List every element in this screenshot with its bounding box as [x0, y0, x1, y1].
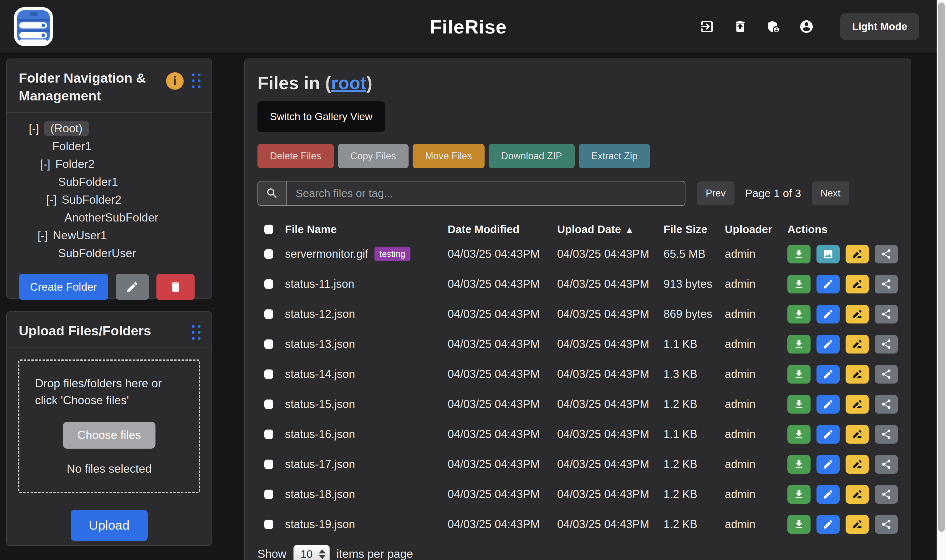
share-button[interactable] — [875, 515, 898, 534]
download-button[interactable] — [788, 365, 811, 383]
download-button[interactable] — [788, 305, 811, 323]
logout-icon[interactable] — [700, 19, 715, 34]
row-checkbox[interactable] — [265, 340, 273, 349]
file-name[interactable]: status-19.json — [285, 518, 355, 531]
row-checkbox[interactable] — [265, 520, 273, 529]
preview-edit-button[interactable] — [817, 335, 840, 354]
preview-edit-button[interactable] — [817, 305, 840, 323]
create-folder-button[interactable]: Create Folder — [19, 274, 108, 300]
items-per-page-select[interactable]: 10 — [294, 545, 330, 560]
admin-shield-icon[interactable] — [766, 19, 781, 34]
download-button[interactable] — [788, 515, 811, 534]
share-button[interactable] — [875, 305, 898, 323]
delete-folder-button[interactable] — [157, 274, 195, 300]
file-name[interactable]: status-12.json — [285, 308, 355, 321]
row-checkbox[interactable] — [265, 249, 273, 259]
row-checkbox[interactable] — [265, 309, 273, 319]
download-button[interactable] — [788, 335, 811, 354]
file-name[interactable]: status-16.json — [285, 428, 355, 441]
table-row[interactable]: status-17.json 04/03/25 04:43PM 04/03/25… — [257, 449, 898, 479]
rename-button[interactable] — [846, 395, 869, 414]
folder-tree-item[interactable]: SubFolderUser — [7, 245, 211, 263]
info-icon[interactable]: i — [166, 72, 184, 90]
rename-button[interactable] — [846, 305, 869, 323]
rename-folder-button[interactable] — [116, 274, 149, 300]
preview-edit-button[interactable] — [817, 275, 840, 294]
download-button[interactable] — [788, 455, 811, 474]
folder-name[interactable]: NewUser1 — [53, 229, 107, 242]
column-header-file-name[interactable]: File Name — [285, 223, 448, 235]
preview-edit-button[interactable] — [817, 365, 840, 383]
row-checkbox[interactable] — [265, 460, 273, 469]
table-row[interactable]: status-13.json 04/03/25 04:43PM 04/03/25… — [257, 329, 898, 359]
page-scrollbar[interactable] — [937, 0, 946, 560]
tree-collapse-toggle[interactable]: [-] — [46, 193, 57, 206]
tree-collapse-toggle[interactable]: [-] — [37, 229, 48, 242]
next-page-button[interactable]: Next — [812, 182, 849, 205]
table-row[interactable]: status-11.json 04/03/25 04:43PM 04/03/25… — [257, 269, 898, 299]
folder-name[interactable]: Folder1 — [52, 140, 91, 153]
light-mode-button[interactable]: Light Mode — [840, 13, 919, 40]
folder-name[interactable]: SubFolder2 — [62, 193, 122, 206]
download-button[interactable] — [788, 425, 811, 444]
file-name[interactable]: status-15.json — [285, 398, 355, 411]
column-header-date-modified[interactable]: Date Modified — [448, 223, 557, 235]
filerise-logo-icon[interactable] — [14, 7, 53, 46]
tree-collapse-toggle[interactable]: [-] — [40, 158, 50, 171]
share-button[interactable] — [875, 245, 898, 263]
toolbar-button[interactable]: Delete Files — [257, 144, 334, 168]
share-button[interactable] — [875, 485, 898, 504]
preview-edit-button[interactable] — [817, 395, 840, 414]
rename-button[interactable] — [846, 455, 869, 474]
download-button[interactable] — [788, 395, 811, 414]
download-button[interactable] — [788, 275, 811, 294]
folder-tree-item[interactable]: [-] (Root) — [7, 120, 211, 138]
prev-page-button[interactable]: Prev — [697, 182, 735, 205]
file-name[interactable]: status-11.json — [285, 277, 354, 291]
choose-files-button[interactable]: Choose files — [63, 422, 155, 449]
row-checkbox[interactable] — [265, 400, 273, 409]
preview-edit-button[interactable] — [817, 245, 840, 263]
file-name[interactable]: servermonitor.gif — [285, 248, 368, 261]
folder-name[interactable]: SubFolder1 — [58, 175, 118, 189]
folder-tree-item[interactable]: Folder1 — [7, 138, 211, 155]
share-button[interactable] — [875, 335, 898, 354]
row-checkbox[interactable] — [265, 429, 273, 439]
file-name[interactable]: status-17.json — [285, 458, 355, 471]
share-button[interactable] — [875, 365, 898, 383]
table-row[interactable]: status-12.json 04/03/25 04:43PM 04/03/25… — [257, 299, 898, 329]
row-checkbox[interactable] — [265, 369, 273, 379]
upload-button[interactable]: Upload — [71, 510, 148, 541]
file-name[interactable]: status-18.json — [285, 488, 355, 501]
scrollbar-thumb[interactable] — [938, 3, 945, 532]
rename-button[interactable] — [846, 515, 869, 534]
file-name[interactable]: status-14.json — [285, 368, 355, 381]
table-row[interactable]: servermonitor.gif testing 04/03/25 04:43… — [257, 239, 898, 269]
preview-edit-button[interactable] — [817, 485, 840, 504]
drag-handle-icon[interactable] — [192, 325, 201, 340]
column-header-uploader[interactable]: Uploader — [725, 223, 788, 235]
row-checkbox[interactable] — [265, 489, 273, 499]
preview-edit-button[interactable] — [817, 515, 840, 534]
table-row[interactable]: status-14.json 04/03/25 04:43PM 04/03/25… — [257, 359, 898, 389]
row-checkbox[interactable] — [265, 279, 273, 289]
folder-tree-item[interactable]: AnotherSubFolder — [7, 209, 211, 227]
folder-tree-item[interactable]: SubFolder1 — [7, 173, 211, 191]
table-row[interactable]: status-15.json 04/03/25 04:43PM 04/03/25… — [257, 389, 898, 419]
toolbar-button[interactable]: Extract Zip — [579, 144, 650, 168]
search-icon[interactable] — [258, 182, 287, 205]
folder-tree-item[interactable]: [-] SubFolder2 — [7, 191, 211, 209]
account-circle-icon[interactable] — [799, 19, 814, 34]
rename-button[interactable] — [846, 335, 869, 354]
folder-name[interactable]: SubFolderUser — [58, 247, 136, 260]
restore-trash-icon[interactable] — [733, 19, 748, 34]
preview-edit-button[interactable] — [817, 425, 840, 444]
share-button[interactable] — [875, 455, 898, 474]
download-button[interactable] — [788, 245, 811, 263]
file-name[interactable]: status-13.json — [285, 338, 355, 351]
folder-name[interactable]: (Root) — [44, 121, 89, 136]
rename-button[interactable] — [846, 365, 869, 383]
table-row[interactable]: status-18.json 04/03/25 04:43PM 04/03/25… — [257, 479, 898, 509]
file-dropzone[interactable]: Drop files/folders here or click 'Choose… — [18, 360, 200, 493]
preview-edit-button[interactable] — [817, 455, 840, 474]
